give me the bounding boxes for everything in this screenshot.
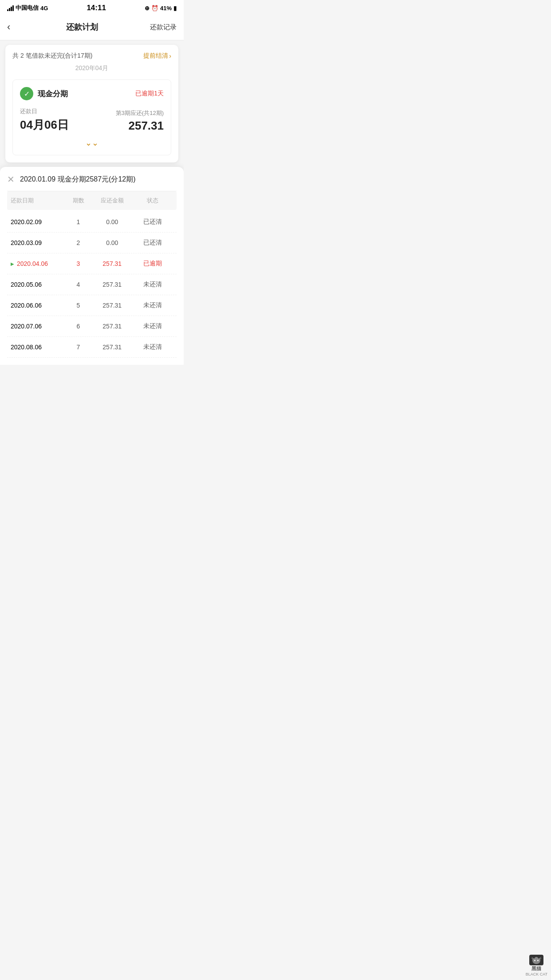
table-row: 2020.07.06 6 257.31 未还清 bbox=[7, 316, 177, 337]
summary-desc: 共 2 笔借款未还完(合计17期) bbox=[12, 52, 92, 60]
col-header-period: 期数 bbox=[65, 197, 92, 205]
loan-name: 现金分期 bbox=[38, 89, 68, 99]
repay-records-button[interactable]: 还款记录 bbox=[150, 23, 177, 32]
date-value: 2020.05.06 bbox=[11, 281, 42, 288]
detail-right: 第3期应还(共12期) 257.31 bbox=[116, 109, 164, 133]
period-cell: 7 bbox=[65, 344, 92, 351]
nav-bar: ‹ 还款计划 还款记录 bbox=[0, 15, 184, 40]
period-amount: 257.31 bbox=[128, 119, 164, 133]
date-cell: 2020.02.09 bbox=[11, 218, 65, 225]
date-value: 2020.02.09 bbox=[11, 218, 42, 225]
back-button[interactable]: ‹ bbox=[7, 20, 14, 35]
status-bar: 中国电信 4G 14:11 ⊕ ⏰ 41% ▮ bbox=[0, 0, 184, 15]
status-cell: 已逾期 bbox=[133, 260, 173, 268]
table-header-row: 还款日期 期数 应还金额 状态 bbox=[7, 191, 177, 210]
table-row: 2020.02.09 1 0.00 已还清 bbox=[7, 212, 177, 233]
status-left: 中国电信 4G bbox=[7, 4, 48, 12]
period-cell: 6 bbox=[65, 323, 92, 330]
loan-title-row: ✓ 现金分期 bbox=[20, 87, 68, 100]
period-cell: 5 bbox=[65, 302, 92, 309]
table-row: 2020.05.06 4 257.31 未还清 bbox=[7, 274, 177, 295]
col-header-status: 状态 bbox=[133, 197, 173, 205]
alarm-icon: ⏰ bbox=[151, 5, 158, 12]
month-label: 2020年04月 bbox=[12, 64, 171, 72]
current-row-icon: ▶ bbox=[11, 261, 14, 266]
col-header-amount: 应还金额 bbox=[92, 197, 133, 205]
amount-cell: 257.31 bbox=[92, 344, 133, 351]
date-cell: 2020.08.06 bbox=[11, 344, 65, 351]
loan-card: ✓ 现金分期 已逾期1天 还款日 04月06日 第3期应还(共12期) 257.… bbox=[12, 79, 171, 155]
status-right: ⊕ ⏰ 41% ▮ bbox=[145, 5, 177, 12]
panel-header: ✕ 2020.01.09 现金分期2587元(分12期) bbox=[7, 174, 177, 191]
table-row: 2020.03.09 2 0.00 已还清 bbox=[7, 233, 177, 253]
date-value: 2020.08.06 bbox=[11, 344, 42, 351]
summary-top-row: 共 2 笔借款未还完(合计17期) 提前结清 › bbox=[12, 52, 171, 60]
status-cell: 已还清 bbox=[133, 218, 173, 226]
detail-panel: ✕ 2020.01.09 现金分期2587元(分12期) 还款日期 期数 应还金… bbox=[0, 167, 184, 365]
table-row-overdue: ▶ 2020.04.06 3 257.31 已逾期 bbox=[7, 253, 177, 274]
repay-date-value: 04月06日 bbox=[20, 117, 69, 133]
date-value: 2020.04.06 bbox=[17, 260, 48, 267]
date-value: 2020.07.06 bbox=[11, 323, 42, 330]
repay-date-label: 还款日 bbox=[20, 107, 69, 115]
early-settle-button[interactable]: 提前结清 › bbox=[143, 52, 171, 60]
close-panel-button[interactable]: ✕ bbox=[7, 174, 15, 185]
period-label: 第3期应还(共12期) bbox=[116, 109, 164, 117]
amount-cell: 257.31 bbox=[92, 323, 133, 330]
expand-icon[interactable]: ⌄⌄ bbox=[20, 138, 164, 148]
date-cell: 2020.03.09 bbox=[11, 239, 65, 246]
period-cell: 4 bbox=[65, 281, 92, 288]
check-icon: ✓ bbox=[20, 87, 33, 100]
overdue-badge: 已逾期1天 bbox=[135, 90, 164, 98]
date-cell: 2020.07.06 bbox=[11, 323, 65, 330]
detail-left: 还款日 04月06日 bbox=[20, 107, 69, 133]
table-row: 2020.06.06 5 257.31 未还清 bbox=[7, 295, 177, 316]
summary-card: 共 2 笔借款未还完(合计17期) 提前结清 › 2020年04月 ✓ 现金分期… bbox=[5, 45, 178, 162]
date-value: 2020.03.09 bbox=[11, 239, 42, 246]
date-cell: 2020.06.06 bbox=[11, 302, 65, 309]
chevron-right-icon: › bbox=[169, 52, 171, 59]
amount-cell: 0.00 bbox=[92, 218, 133, 225]
period-cell: 1 bbox=[65, 218, 92, 225]
date-cell: ▶ 2020.04.06 bbox=[11, 260, 65, 267]
signal-bars-icon bbox=[7, 5, 14, 11]
period-cell: 3 bbox=[65, 260, 92, 267]
time-label: 14:11 bbox=[87, 4, 106, 12]
battery-label: 41% bbox=[160, 5, 172, 12]
page-title: 还款计划 bbox=[66, 22, 98, 32]
amount-cell: 257.31 bbox=[92, 302, 133, 309]
amount-cell: 0.00 bbox=[92, 239, 133, 246]
status-cell: 未还清 bbox=[133, 343, 173, 351]
status-cell: 未还清 bbox=[133, 322, 173, 330]
date-cell: 2020.05.06 bbox=[11, 281, 65, 288]
amount-cell: 257.31 bbox=[92, 260, 133, 267]
lock-icon: ⊕ bbox=[145, 5, 150, 12]
carrier-label: 中国电信 bbox=[16, 4, 39, 12]
table-row: 2020.08.06 7 257.31 未还清 bbox=[7, 337, 177, 358]
battery-icon: ▮ bbox=[173, 5, 177, 12]
date-value: 2020.06.06 bbox=[11, 302, 42, 309]
col-header-date: 还款日期 bbox=[11, 197, 65, 205]
repay-table: 还款日期 期数 应还金额 状态 2020.02.09 1 0.00 已还清 20… bbox=[7, 191, 177, 358]
loan-header: ✓ 现金分期 已逾期1天 bbox=[20, 87, 164, 100]
panel-title: 2020.01.09 现金分期2587元(分12期) bbox=[20, 175, 136, 184]
status-cell: 未还清 bbox=[133, 301, 173, 309]
loan-details: 还款日 04月06日 第3期应还(共12期) 257.31 bbox=[20, 107, 164, 133]
status-cell: 未还清 bbox=[133, 281, 173, 288]
network-label: 4G bbox=[40, 5, 48, 12]
status-cell: 已还清 bbox=[133, 239, 173, 247]
amount-cell: 257.31 bbox=[92, 281, 133, 288]
period-cell: 2 bbox=[65, 239, 92, 246]
